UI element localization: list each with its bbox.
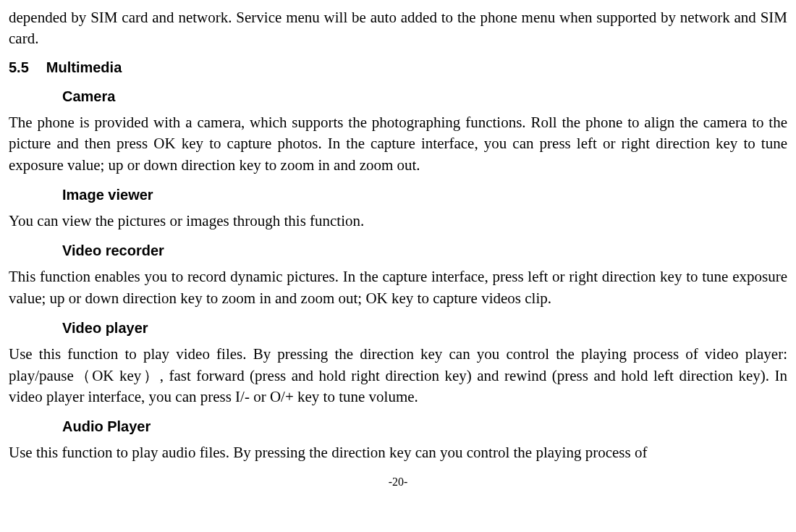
top-continuation-paragraph: depended by SIM card and network. Servic… xyxy=(9,7,787,50)
para-video-recorder: This function enables you to record dyna… xyxy=(9,266,787,309)
para-video-player: Use this function to play video files. B… xyxy=(9,344,787,408)
subheading-video-recorder: Video recorder xyxy=(9,240,787,261)
section-heading: 5.5Multimedia xyxy=(9,57,787,77)
subheading-video-player: Video player xyxy=(9,318,787,338)
para-camera: The phone is provided with a camera, whi… xyxy=(9,112,787,176)
section-title: Multimedia xyxy=(46,59,122,75)
page-number: -20- xyxy=(9,474,787,490)
subheading-audio-player: Audio Player xyxy=(9,416,787,436)
para-audio-player: Use this function to play audio files. B… xyxy=(9,442,787,463)
para-image-viewer: You can view the pictures or images thro… xyxy=(9,211,787,232)
section-number: 5.5 xyxy=(9,57,29,77)
subheading-image-viewer: Image viewer xyxy=(9,185,787,205)
subheading-camera: Camera xyxy=(9,86,787,106)
